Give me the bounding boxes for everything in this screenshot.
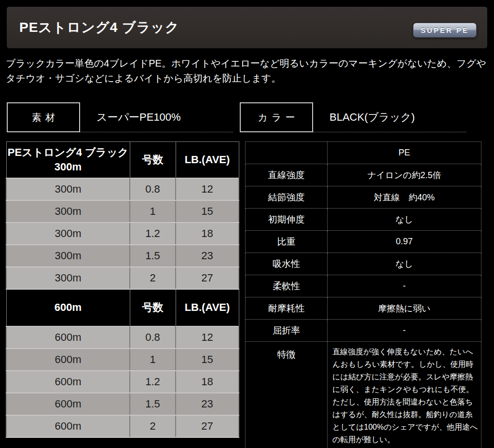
lb-cell: 18 [176, 371, 239, 393]
lb-cell: 23 [176, 245, 239, 267]
color-value: BLACK(ブラック) [313, 102, 467, 132]
spec-label: 比重 [246, 231, 328, 253]
spec-row: 結節強度 対直線 約40% [246, 186, 481, 209]
spec-row: 初期伸度 なし [246, 209, 481, 231]
gauge-cell: 1 [130, 349, 176, 371]
spec-value: - [328, 275, 481, 297]
gauge-cell: 2 [130, 415, 176, 437]
spec-table: PE 直線強度 ナイロンの約2.5倍 結節強度 対直線 約40% 初期伸度 なし… [245, 141, 481, 448]
spec-column-title: PE [328, 142, 481, 164]
size-table-gauge-header: 号数 [130, 289, 176, 326]
product-detail-page: PEストロング4 ブラック SUPER PE ブラックカラー単色の4ブレイドPE… [0, 0, 494, 448]
spec-value: なし [328, 209, 481, 231]
length-cell: 300m [6, 200, 130, 223]
spec-row: 耐摩耗性 摩擦熱に弱い [246, 297, 481, 320]
length-cell: 600m [6, 326, 130, 349]
spec-label: 直線強度 [246, 164, 328, 186]
lb-cell: 18 [176, 223, 239, 245]
size-table-header-600m: 600m 号数 LB.(AVE) [6, 289, 239, 326]
table-row: 600m 1 15 [6, 349, 239, 371]
table-row: 600m 1.2 18 [6, 371, 239, 393]
spec-label: 吸水性 [246, 253, 328, 275]
size-table-header-300m: PEストロング4 ブラック 300m 号数 LB.(AVE) [6, 142, 239, 178]
lb-cell: 15 [176, 200, 239, 223]
spec-label: 屈折率 [246, 320, 328, 342]
spec-value: 摩擦熱に弱い [328, 297, 481, 320]
spec-label: 初期伸度 [246, 209, 328, 231]
lb-cell: 27 [176, 415, 239, 437]
gauge-cell: 1.5 [130, 245, 176, 267]
page-title: PEストロング4 ブラック [19, 18, 179, 37]
spec-row-feature: 特徴 直線強度が強く伸度もないため、たいへんおもしろい素材です。しかし、使用時に… [246, 342, 481, 448]
spec-value: 直線強度が強く伸度もないため、たいへんおもしろい素材です。しかし、使用時には結び… [328, 342, 481, 448]
spec-label: 結節強度 [246, 186, 328, 209]
super-pe-button[interactable]: SUPER PE [413, 23, 477, 38]
gauge-cell: 2 [130, 267, 176, 289]
size-table: PEストロング4 ブラック 300m 号数 LB.(AVE) 300m 0.8 … [6, 141, 239, 438]
table-row: 300m 0.8 12 [6, 178, 239, 200]
spec-row: 直線強度 ナイロンの約2.5倍 [246, 164, 481, 186]
size-table-lb-header: LB.(AVE) [176, 142, 239, 178]
length-cell: 600m [6, 371, 130, 393]
table-row: 600m 1.5 23 [6, 393, 239, 415]
spec-value: - [328, 320, 481, 342]
spec-header-row: PE [246, 142, 481, 164]
gauge-cell: 1.2 [130, 223, 176, 245]
lb-cell: 15 [176, 349, 239, 371]
spec-value: なし [328, 253, 481, 275]
table-row: 600m 0.8 12 [6, 326, 239, 349]
length-cell: 300m [6, 178, 130, 200]
length-cell: 300m [6, 267, 130, 289]
gauge-cell: 0.8 [130, 326, 176, 349]
spec-row: 吸水性 なし [246, 253, 481, 275]
lb-cell: 12 [176, 178, 239, 200]
table-row: 300m 2 27 [6, 267, 239, 289]
lb-cell: 27 [176, 267, 239, 289]
spec-label: 耐摩耗性 [246, 297, 328, 320]
spec-empty-corner [246, 142, 328, 164]
gauge-cell: 0.8 [130, 178, 176, 200]
title-bar: PEストロング4 ブラック SUPER PE [7, 7, 487, 48]
size-table-gauge-header: 号数 [130, 142, 176, 178]
gauge-cell: 1.2 [130, 371, 176, 393]
length-cell: 600m [6, 393, 130, 415]
length-cell: 600m [6, 349, 130, 371]
spec-row: 柔軟性 - [246, 275, 481, 297]
table-row: 300m 1 15 [6, 200, 239, 223]
material-label: 素材 [7, 102, 80, 132]
material-value: スーパーPE100% [80, 102, 233, 132]
spec-label: 柔軟性 [246, 275, 328, 297]
size-table-product-header: 600m [6, 289, 130, 326]
table-row: 600m 2 27 [6, 415, 239, 437]
material-attribute: 素材 スーパーPE100% [7, 102, 233, 132]
color-label: カラー [240, 102, 313, 132]
gauge-cell: 1 [130, 200, 176, 223]
gauge-cell: 1.5 [130, 393, 176, 415]
color-attribute: カラー BLACK(ブラック) [240, 102, 467, 132]
table-row: 300m 1.2 18 [6, 223, 239, 245]
spec-row: 屈折率 - [246, 320, 481, 342]
spec-label: 特徴 [246, 342, 328, 448]
length-cell: 300m [6, 223, 130, 245]
spec-row: 比重 0.97 [246, 231, 481, 253]
size-table-lb-header: LB.(AVE) [176, 289, 239, 326]
size-table-product-header: PEストロング4 ブラック 300m [6, 142, 130, 178]
table-row: 300m 1.5 23 [6, 245, 239, 267]
lb-cell: 23 [176, 393, 239, 415]
length-cell: 300m [6, 245, 130, 267]
spec-value: 0.97 [328, 231, 481, 253]
product-description: ブラックカラー単色の4ブレイドPE。ホワイトやイエローなど明るいカラーのマーキン… [6, 56, 490, 86]
spec-value: ナイロンの約2.5倍 [328, 164, 481, 186]
spec-value: 対直線 約40% [328, 186, 481, 209]
length-cell: 600m [6, 415, 130, 437]
lb-cell: 12 [176, 326, 239, 349]
